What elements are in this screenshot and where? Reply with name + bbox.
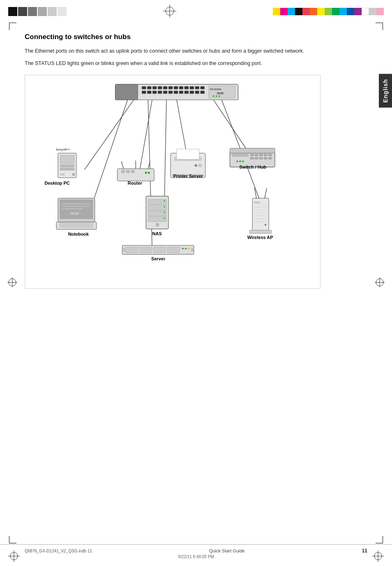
svg-rect-93: [148, 217, 166, 222]
bottom-left-crosshair: [8, 550, 20, 563]
svg-rect-46: [60, 168, 74, 170]
svg-rect-23: [174, 91, 178, 94]
switch-hub-label: Switch / Hub: [239, 165, 266, 169]
svg-rect-7: [152, 86, 157, 89]
swatch-red: [302, 8, 310, 15]
svg-rect-74: [232, 154, 248, 156]
svg-point-33: [216, 95, 217, 97]
router-device: [118, 160, 154, 181]
section-title: Connecting to switches or hubs: [25, 33, 363, 41]
svg-rect-49: [60, 174, 65, 175]
svg-rect-81: [255, 157, 258, 159]
svg-rect-28: [201, 91, 205, 94]
svg-rect-121: [191, 248, 193, 251]
network-diagram: GX-D1241 /SUS: [25, 75, 321, 289]
svg-rect-70: [177, 149, 199, 159]
swatch-dark-gray: [18, 7, 27, 16]
svg-text:/SUS: /SUS: [254, 201, 260, 204]
svg-point-87: [239, 160, 241, 162]
svg-rect-27: [195, 91, 199, 94]
swatch-silver: [369, 8, 376, 15]
swatch-black2: [295, 8, 302, 15]
svg-rect-78: [264, 154, 267, 156]
svg-point-86: [236, 160, 238, 162]
svg-rect-115: [153, 247, 166, 253]
svg-rect-5: [142, 86, 146, 89]
swatch-bright-yellow: [317, 8, 325, 15]
svg-point-72: [195, 164, 197, 167]
desktop-label: Desktop PC: [44, 181, 69, 186]
svg-rect-22: [168, 91, 173, 94]
swatch-pink: [376, 8, 384, 15]
svg-rect-26: [190, 91, 194, 94]
svg-rect-113: [125, 247, 138, 253]
svg-rect-12: [179, 86, 183, 89]
svg-rect-51: [60, 200, 93, 219]
svg-rect-84: [268, 157, 272, 159]
print-marks-bottom: 9/22/11 6:48:05 PM: [0, 550, 392, 563]
svg-rect-91: [148, 205, 166, 210]
svg-text:SonycR++: SonycR++: [56, 148, 70, 151]
swatch-purple: [354, 8, 362, 15]
swatch-blue: [347, 8, 354, 15]
swatch-sky-blue: [339, 8, 347, 15]
svg-rect-80: [250, 157, 254, 159]
svg-rect-114: [139, 247, 152, 253]
swatch-gray: [28, 7, 37, 16]
nas-label: NAS: [152, 231, 162, 236]
svg-rect-17: [142, 91, 146, 94]
bottom-timestamp: 9/22/11 6:48:05 PM: [178, 554, 214, 559]
svg-text:GX-D1241: GX-D1241: [210, 88, 222, 90]
svg-rect-20: [158, 91, 162, 94]
diagram-svg: GX-D1241 /SUS: [25, 75, 320, 288]
swatch-white: [362, 8, 369, 15]
svg-point-119: [188, 248, 189, 249]
svg-rect-8: [158, 86, 162, 89]
svg-rect-45: [60, 165, 74, 167]
svg-point-95: [164, 206, 165, 207]
svg-line-35: [85, 100, 134, 169]
corner-mark-tl: [9, 23, 16, 30]
desktop-pc-device: SonycR++: [56, 148, 76, 178]
svg-rect-25: [184, 91, 189, 94]
svg-rect-14: [190, 86, 194, 89]
center-crosshair: [163, 5, 176, 19]
svg-rect-4: [115, 84, 138, 100]
svg-rect-83: [264, 157, 267, 159]
svg-rect-10: [168, 86, 173, 89]
svg-rect-62: [121, 170, 125, 173]
svg-line-59: [121, 161, 123, 169]
main-content: Connecting to switches or hubs The Ether…: [25, 33, 363, 541]
svg-rect-24: [179, 91, 183, 94]
corner-mark-tr: [376, 23, 383, 30]
swatch-light-gray: [38, 7, 47, 16]
svg-rect-90: [148, 199, 166, 204]
svg-rect-13: [184, 86, 189, 89]
swatch-lighter-gray: [48, 7, 57, 16]
right-reg-mark: [375, 278, 385, 289]
svg-rect-77: [259, 154, 263, 156]
left-reg-mark: [7, 278, 17, 289]
swatch-yellow-green: [325, 8, 332, 15]
svg-line-101: [265, 188, 267, 198]
svg-rect-116: [167, 247, 180, 253]
svg-point-117: [182, 248, 184, 249]
corner-mark-br: [376, 536, 383, 543]
svg-rect-21: [163, 91, 167, 94]
nas-device: [146, 196, 168, 229]
svg-line-36: [89, 100, 128, 215]
svg-line-37: [140, 100, 152, 169]
svg-point-94: [164, 200, 165, 202]
print-marks-top: [0, 3, 392, 20]
svg-rect-16: [201, 86, 205, 89]
svg-point-96: [164, 212, 165, 213]
svg-point-98: [156, 223, 159, 227]
svg-point-34: [219, 95, 220, 97]
svg-rect-76: [255, 154, 258, 156]
wireless-ap-device: /SUS: [249, 188, 272, 234]
body-paragraph-2: The STATUS LED lights green or blinks gr…: [25, 59, 363, 67]
swatch-cyan: [288, 8, 295, 15]
svg-rect-82: [259, 157, 263, 159]
svg-point-110: [265, 224, 266, 226]
router-label: Router: [128, 181, 143, 186]
